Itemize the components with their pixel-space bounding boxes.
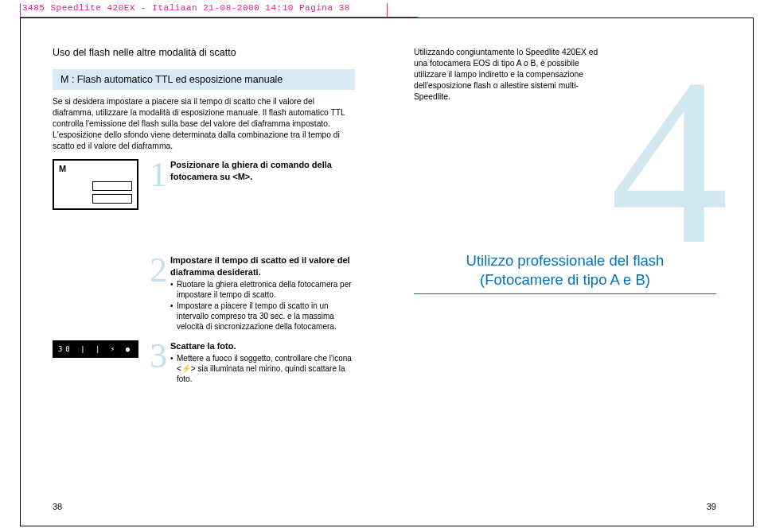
chapter-divider [414, 293, 716, 294]
viewfinder-readout: 30 | | ⚡ ● [53, 340, 138, 358]
chapter-heading: Utilizzo professionale del flash (Fotoca… [414, 251, 716, 288]
chapter-heading-line2: (Fotocamere di tipo A e B) [480, 271, 650, 288]
right-intro-paragraph: Utilizzando congiuntamente lo Speedlite … [414, 47, 605, 102]
lcd-display-outline: M [53, 159, 138, 210]
crop-tick [20, 3, 21, 17]
section-title: Uso del flash nelle altre modalità di sc… [53, 47, 355, 58]
step-bullets: Ruotare la ghiera elettronica della foto… [170, 279, 355, 332]
bullet: Impostare a piacere il tempo di scatto i… [170, 301, 355, 332]
bullet: Ruotare la ghiera elettronica della foto… [170, 279, 355, 300]
step-text: Impostare il tempo di scatto ed il valor… [170, 254, 355, 332]
chapter-heading-line1: Utilizzo professionale del flash [466, 252, 665, 269]
step-heading: Scattare la foto. [170, 340, 355, 351]
step-number: 2 [146, 254, 170, 286]
page-number-right: 39 [707, 502, 716, 511]
step-text: Scattare la foto. Mettere a fuoco il sog… [170, 340, 355, 385]
page-right: 4 Utilizzando congiuntamente lo Speedlit… [387, 18, 753, 526]
mode-highlight-box: M : Flash automatico TTL ed esposizione … [53, 69, 355, 90]
viewfinder-readout-icon: 30 | | ⚡ ● [53, 340, 146, 358]
page-spread: Uso del flash nelle altre modalità di sc… [20, 17, 754, 526]
mode-m-label: M [59, 164, 66, 173]
step-bullets: Mettere a fuoco il soggetto, controllare… [170, 353, 355, 384]
lcd-box [92, 181, 132, 191]
page-number-left: 38 [53, 502, 62, 511]
step-number: 1 [146, 159, 170, 191]
step-3: 30 | | ⚡ ● 3 Scattare la foto. Mettere a… [53, 340, 355, 385]
step-heading: Impostare il tempo di scatto ed il valor… [170, 254, 355, 278]
step-text: Posizionare la ghiera di comando della f… [170, 159, 355, 184]
step-2: 2 Impostare il tempo di scatto ed il val… [53, 254, 355, 332]
bullet: Mettere a fuoco il soggetto, controllare… [170, 353, 355, 384]
step-number: 3 [146, 340, 170, 372]
step-heading: Posizionare la ghiera di comando della f… [170, 159, 355, 182]
intro-paragraph: Se si desidera impostare a piacere sia i… [53, 96, 355, 151]
step-1: M 1 Posizionare la ghiera di comando del… [53, 159, 355, 210]
crop-tick [387, 3, 388, 17]
lcd-box [92, 194, 132, 204]
camera-display-icon: M [53, 159, 146, 210]
mode-box-text: M : Flash automatico TTL ed esposizione … [60, 74, 347, 85]
page-left: Uso del flash nelle altre modalità di sc… [21, 18, 387, 526]
crop-header: 3485 Speedlite 420EX - Italiaan 21-08-20… [22, 3, 350, 13]
